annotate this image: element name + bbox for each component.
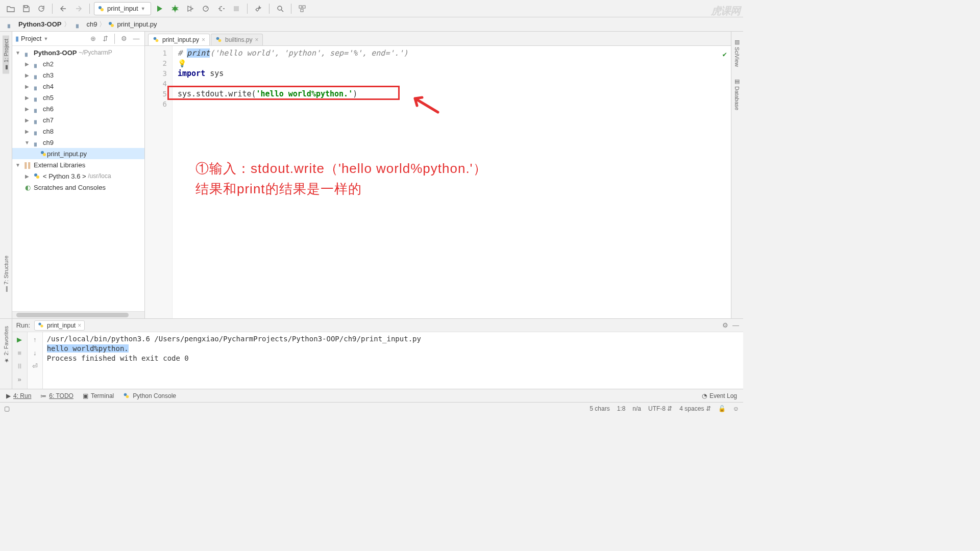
run-config-selector[interactable]: print_input ▼ <box>94 2 151 15</box>
btm-terminal[interactable]: ▣ Terminal <box>83 392 114 399</box>
search-icon[interactable] <box>274 2 287 15</box>
wrench-icon[interactable] <box>252 2 265 15</box>
left-tool-strip-lower: ★ 2: Favorites <box>0 319 12 389</box>
tree-folder[interactable]: ▶▖ch7 <box>12 114 144 126</box>
lock-icon[interactable]: 🔓 <box>718 405 726 412</box>
svg-rect-6 <box>299 6 302 8</box>
gear-icon[interactable]: ⚙ <box>119 34 129 44</box>
folder-icon: ▖ <box>33 82 41 90</box>
back-icon[interactable] <box>57 2 70 15</box>
right-tool-strip: ▥ SciView ▤ Database <box>731 32 743 318</box>
tab-project[interactable]: ▮ 1: Project <box>3 36 9 74</box>
tree-folder[interactable]: ▶▖ch6 <box>12 103 144 114</box>
run-config-label: print_input <box>107 5 138 12</box>
svg-point-22 <box>126 395 129 398</box>
project-panel-header: ▮ Project ▼ ⊕ ⇵ ⚙ — <box>12 32 144 46</box>
debug-icon[interactable] <box>168 2 182 15</box>
tree-file-print-input[interactable]: print_input.py <box>12 148 144 159</box>
inspector-icon[interactable]: ☺ <box>733 405 739 412</box>
editor-tab-print-input[interactable]: print_input.py × <box>148 34 210 45</box>
lightbulb-icon[interactable]: 💡 <box>178 58 186 68</box>
btm-todo[interactable]: ≔ 6: TODO <box>40 392 74 399</box>
tree-folder[interactable]: ▶▖ch3 <box>12 69 144 81</box>
scratches-icon: ◐ <box>23 183 32 191</box>
check-icon: ✔ <box>723 49 727 59</box>
tree-folder[interactable]: ▶▖ch5 <box>12 92 144 103</box>
run-tab-print-input[interactable]: print_input × <box>34 320 85 331</box>
tab-database[interactable]: ▤ Database <box>734 75 741 113</box>
project-view-selector[interactable]: ▮ Project ▼ <box>15 35 86 42</box>
console-output[interactable]: /usr/local/bin/python3.6 /Users/pengxiao… <box>43 332 743 389</box>
close-icon[interactable]: × <box>255 36 258 43</box>
project-tree[interactable]: ▼▖ Python3-OOP ~/PycharmP ▶▖ch2▶▖ch3▶▖ch… <box>12 46 144 311</box>
project-panel: ▮ Project ▼ ⊕ ⇵ ⚙ — ▼▖ Python3-OOP ~/Pyc… <box>12 32 145 318</box>
hide-icon[interactable]: — <box>131 34 141 44</box>
status-bar: ▢ 5 chars 1:8 n/a UTF-8 ⇵ 4 spaces ⇵ 🔓 ☺ <box>0 402 743 414</box>
console-line: hello world%python. <box>47 344 739 354</box>
svg-point-15 <box>154 37 157 40</box>
chevron-right-icon: 〉 <box>99 20 106 29</box>
tree-root[interactable]: ▼▖ Python3-OOP ~/PycharmP <box>12 47 144 58</box>
tab-structure[interactable]: ‖ 7: Structure <box>3 253 9 296</box>
pause-icon[interactable]: ⏸ <box>14 361 24 371</box>
stop-icon[interactable] <box>230 2 243 15</box>
svg-rect-8 <box>301 9 303 12</box>
tree-folder-ch9[interactable]: ▼▖ ch9 <box>12 137 144 148</box>
run-panel-header: Run: print_input × ⚙ — <box>12 319 743 332</box>
svg-point-18 <box>218 39 222 42</box>
close-icon[interactable]: × <box>202 36 205 43</box>
save-icon[interactable] <box>19 2 33 15</box>
tree-scratches[interactable]: ◐ Scratches and Consoles <box>12 182 144 193</box>
status-encoding[interactable]: UTF-8 ⇵ <box>648 405 672 412</box>
folder-icon: ▖ <box>33 105 41 113</box>
btm-run[interactable]: ▶ 4: Run <box>6 392 31 399</box>
more-icon[interactable]: » <box>14 374 24 384</box>
concurrency-icon[interactable] <box>214 2 228 15</box>
target-icon[interactable]: ⊕ <box>88 34 98 44</box>
run-coverage-icon[interactable] <box>184 2 197 15</box>
gear-icon[interactable]: ⚙ <box>722 321 728 329</box>
breadcrumb-file[interactable]: print_input.py <box>108 20 157 28</box>
structure-icon[interactable] <box>296 2 309 15</box>
profile-icon[interactable] <box>199 2 212 15</box>
editor-tab-builtins[interactable]: builtins.py × <box>211 34 263 45</box>
rerun-icon[interactable]: ▶ <box>14 334 24 344</box>
open-icon[interactable] <box>4 2 17 15</box>
breadcrumb-folder[interactable]: ▖ ch9 <box>72 20 97 29</box>
svg-point-16 <box>156 39 159 42</box>
btm-python-console[interactable]: Python Console <box>123 392 176 399</box>
library-icon: ‖‖ <box>23 161 32 169</box>
tree-external-libraries[interactable]: ▼‖‖ External Libraries <box>12 159 144 170</box>
horizontal-scrollbar[interactable] <box>12 311 144 318</box>
tree-folder[interactable]: ▶▖ch4 <box>12 81 144 92</box>
forward-icon[interactable] <box>72 2 85 15</box>
folder-icon: ▖ <box>33 93 41 102</box>
folder-icon: ▖ <box>23 48 32 57</box>
stop-icon[interactable]: ■ <box>14 347 24 358</box>
python-icon <box>215 36 223 43</box>
wrap-icon[interactable]: ⏎ <box>30 361 40 371</box>
chevron-right-icon: 〉 <box>64 20 70 29</box>
close-icon[interactable]: × <box>78 322 81 329</box>
refresh-icon[interactable] <box>35 2 48 15</box>
btm-event-log[interactable]: ◔ Event Log <box>702 392 737 399</box>
hide-icon[interactable]: — <box>732 321 739 329</box>
down-icon[interactable]: ↓ <box>30 347 40 358</box>
tab-favorites[interactable]: ★ 2: Favorites <box>3 323 9 367</box>
tab-sciview[interactable]: ▥ SciView <box>734 36 741 70</box>
status-indent[interactable]: 4 spaces ⇵ <box>679 405 710 412</box>
code-editor[interactable]: # print('hello world', 'python', sep='%'… <box>173 46 731 318</box>
editor-area: print_input.py × builtins.py × 123456 # … <box>145 32 731 318</box>
status-position[interactable]: 1:8 <box>617 405 626 412</box>
tree-folder[interactable]: ▶▖ch2 <box>12 58 144 69</box>
svg-point-14 <box>36 176 39 179</box>
collapse-icon[interactable]: ⇵ <box>100 34 110 44</box>
up-icon[interactable]: ↑ <box>30 334 40 344</box>
status-icon[interactable]: ▢ <box>4 405 10 412</box>
tree-folder[interactable]: ▶▖ch8 <box>12 126 144 137</box>
run-icon[interactable] <box>153 2 166 15</box>
tree-python-env[interactable]: ▶ < Python 3.6 > /usr/loca <box>12 170 144 182</box>
editor-body[interactable]: 123456 # print('hello world', 'python', … <box>145 46 731 318</box>
annotation-arrow <box>410 94 440 115</box>
breadcrumb-root[interactable]: ▖ Python3-OOP <box>4 20 62 29</box>
